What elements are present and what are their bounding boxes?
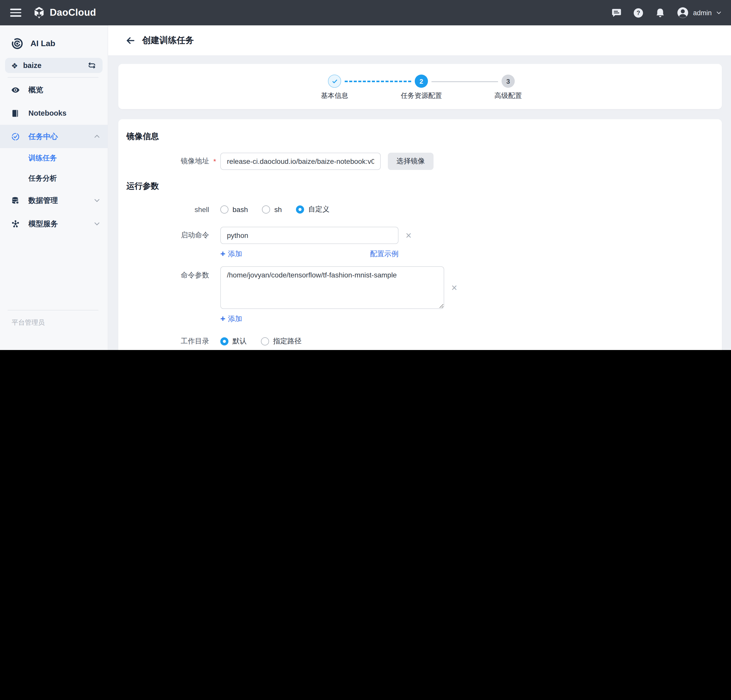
config-example-link[interactable]: 配置示例 [370,249,398,259]
eye-icon [11,85,20,94]
sidebar-subitem-label: 训练任务 [28,154,57,163]
sidebar-item-label: 概览 [28,85,43,95]
sidebar-item-label: Notebooks [28,109,66,117]
sidebar-nav: 概览 Notebooks 任务中心 训练任务 [0,78,108,235]
plus-icon: + [220,314,225,324]
command-links-row: +添加 配置示例 [126,249,722,259]
sidebar-item-overview[interactable]: 概览 [0,78,108,101]
sidebar-divider [7,77,98,78]
workspace-switch-icon[interactable] [87,61,97,70]
brand-logo[interactable]: DaoCloud [32,6,96,19]
sidebar-bottom-divider [7,310,98,310]
app-root: DaoCloud ? admin [0,0,731,350]
sidebar: AI Lab ❖ baize 概览 [0,25,108,350]
radio-sh[interactable] [262,205,270,214]
task-center-icon [11,132,20,141]
radio-workdir-path[interactable] [261,337,269,346]
help-icon[interactable]: ? [633,7,644,18]
chevron-up-icon [93,133,101,140]
product-name: AI Lab [31,39,55,48]
sidebar-subitem-training-task[interactable]: 训练任务 [0,148,108,168]
book-icon [11,109,20,117]
step-3-label[interactable]: 高级配置 [468,91,549,100]
stepper: 2 3 基本信息 任务资源配置 高级配置 [118,64,722,109]
command-args-textarea[interactable]: /home/jovyan/code/tensorflow/tf-fashion-… [220,266,444,309]
step-connector-done [345,81,411,82]
sidebar-item-model-service[interactable]: 模型服务 [0,212,108,235]
sidebar-item-notebooks[interactable]: Notebooks [0,101,108,125]
svg-text:?: ? [637,9,640,16]
start-command-label: 启动命令 [126,231,209,240]
radio-workdir-default[interactable] [220,337,228,346]
step-2-badge: 2 [415,75,428,88]
workspace-name: baize [23,62,42,69]
remove-command-icon[interactable]: × [406,230,411,240]
radio-sh-label: sh [274,205,282,214]
step-2-label[interactable]: 任务资源配置 [381,91,462,100]
radio-bash[interactable] [220,205,228,214]
image-address-label: 镜像地址 [126,157,209,166]
model-service-icon [11,220,20,228]
page-header: 创建训练任务 [108,25,731,55]
product-header: AI Lab [0,35,108,53]
role-label: 平台管理员 [12,318,45,327]
radio-workdir-default-label: 默认 [232,337,247,346]
back-arrow-icon[interactable] [125,35,135,45]
command-args-label: 命令参数 [126,266,209,280]
chevron-down-icon [716,10,722,16]
radio-custom[interactable] [296,205,304,214]
sidebar-subitem-task-analysis[interactable]: 任务分析 [0,168,108,189]
menu-icon[interactable] [10,9,21,17]
image-address-input[interactable] [220,153,381,170]
sidebar-item-label: 任务中心 [28,132,58,141]
args-add-row: +添加 [126,314,722,324]
plus-icon: + [220,249,225,259]
select-image-button[interactable]: 选择镜像 [388,153,433,170]
sidebar-item-label: 模型服务 [28,219,58,228]
chevron-down-icon [93,197,101,204]
field-command-args: 命令参数 /home/jovyan/code/tensorflow/tf-fas… [126,266,722,309]
section-title-run-params: 运行参数 [126,180,722,192]
database-gear-icon [11,196,20,205]
sidebar-item-task-center[interactable]: 任务中心 [0,125,108,148]
workdir-label: 工作目录 [126,337,209,346]
notification-bell-icon[interactable] [655,7,665,18]
sidebar-item-data-management[interactable]: 数据管理 [0,189,108,212]
field-shell: shell bash sh 自定义 [126,204,722,215]
workspace-selector[interactable]: ❖ baize [5,58,103,73]
page-title: 创建训练任务 [142,35,194,46]
radio-workdir-path-label: 指定路径 [273,337,301,346]
remove-args-icon[interactable]: × [451,283,457,293]
ai-lab-icon [11,38,23,50]
sidebar-item-label: 数据管理 [28,196,58,205]
add-args-link[interactable]: +添加 [220,314,242,324]
radio-custom-label: 自定义 [308,205,329,214]
message-icon[interactable] [611,7,622,18]
radio-bash-label: bash [232,205,248,214]
workspace-icon: ❖ [11,62,18,69]
step-3-badge: 3 [502,75,515,88]
daocloud-cube-icon [32,6,46,19]
step-connector-pending [432,81,498,82]
user-menu[interactable]: admin [677,7,722,19]
content-area: 2 3 基本信息 任务资源配置 高级配置 镜像信息 镜像地址 * 选择镜像 运行… [108,55,731,350]
top-right-actions: ? admin [611,7,731,19]
brand-name: DaoCloud [50,7,96,18]
field-start-command: 启动命令 × [126,227,722,244]
task-resource-form: 镜像信息 镜像地址 * 选择镜像 运行参数 shell bash sh 自定义 [118,119,722,350]
step-1-done-icon [328,75,341,88]
chevron-down-icon [93,220,101,227]
shell-label: shell [126,205,209,214]
section-title-image-info: 镜像信息 [126,130,722,142]
avatar [677,7,689,19]
step-1-label[interactable]: 基本信息 [294,91,375,100]
field-workdir: 工作目录 默认 指定路径 [126,335,722,347]
top-bar: DaoCloud ? admin [0,0,731,25]
required-mark: * [209,157,220,165]
user-name: admin [693,9,712,16]
add-command-link[interactable]: +添加 [220,249,242,259]
sidebar-subitem-label: 任务分析 [28,174,57,183]
start-command-input[interactable] [220,227,398,244]
field-image-address: 镜像地址 * 选择镜像 [126,153,722,170]
